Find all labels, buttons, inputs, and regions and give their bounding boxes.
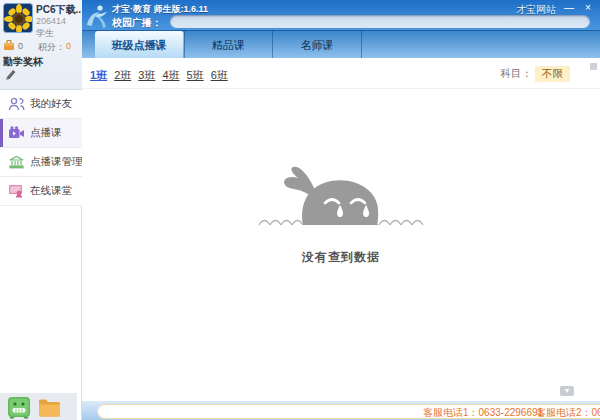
main-window: 才宝·教育 师生版:1.6.11 校园广播： 才宝网站 — × 班级点播课 精品…	[82, 0, 600, 420]
sidebar-item-my-friends[interactable]: 我的好友	[0, 90, 82, 119]
sidebar-item-label: 点播课	[30, 126, 62, 140]
class-link-3[interactable]: 3班	[138, 68, 155, 83]
sad-whale-icon	[257, 159, 425, 239]
user-name: PC6下载..	[36, 3, 82, 17]
vod-camera-icon	[8, 126, 25, 140]
class-link-4[interactable]: 4班	[162, 68, 179, 83]
footer-bar: 客服电话1：0633-2296691 客服电话2：06	[82, 400, 600, 420]
user-id: 206414	[36, 16, 66, 26]
pencil-icon[interactable]	[4, 68, 17, 81]
points-label: 积分：	[38, 41, 65, 54]
trophy-label: 勤学奖杯	[3, 55, 43, 69]
subject-filter: 科目： 不限	[501, 66, 571, 82]
user-role: 学生	[36, 27, 54, 40]
bag-count: 0	[18, 41, 23, 51]
class-link-5[interactable]: 5班	[187, 68, 204, 83]
subject-value-chip[interactable]: 不限	[535, 66, 570, 82]
tab-bar: 班级点播课 精品课 名师课	[82, 30, 600, 58]
empty-state-message: 没有查到数据	[82, 249, 600, 266]
points-value: 0	[66, 41, 71, 51]
sunflower-avatar-image	[4, 4, 33, 33]
minimize-button[interactable]: —	[562, 2, 576, 14]
title-bar: 才宝·教育 师生版:1.6.11 校园广播： 才宝网站 — ×	[82, 0, 600, 30]
vod-manage-icon	[8, 155, 25, 169]
tab-premium-courses[interactable]: 精品课	[184, 31, 273, 59]
service-phone-1: 客服电话1：0633-2296691	[423, 406, 543, 420]
caibao-logo-icon	[84, 3, 110, 29]
tab-famous-teachers[interactable]: 名师课	[273, 31, 362, 59]
bag-icon	[3, 40, 15, 51]
service-phone-2: 客服电话2：06	[536, 406, 600, 420]
desktop-taskbar-strip	[0, 393, 77, 420]
folder-icon[interactable]	[38, 397, 61, 418]
close-button[interactable]: ×	[581, 2, 595, 14]
footer-expand-button[interactable]: ▼	[560, 386, 574, 396]
sidebar-item-online-classroom[interactable]: 在线课堂	[0, 177, 82, 206]
sidebar-item-vod-management[interactable]: 点播课管理	[0, 148, 82, 177]
left-sidebar: PC6下载.. 206414 学生 0 积分： 0 勤学奖杯	[0, 0, 82, 420]
sidebar-item-label: 在线课堂	[30, 184, 72, 198]
class-link-6[interactable]: 6班	[211, 68, 228, 83]
collapse-icon[interactable]	[590, 63, 597, 70]
friends-icon	[8, 97, 25, 111]
broadcast-label: 校园广播：	[112, 16, 162, 30]
class-links: 1班 2班 3班 4班 5班 6班	[90, 68, 228, 83]
user-profile-panel: PC6下载.. 206414 学生 0 积分： 0 勤学奖杯	[0, 0, 82, 90]
tab-class-vod[interactable]: 班级点播课	[95, 31, 184, 59]
sidebar-item-label: 我的好友	[30, 97, 72, 111]
subject-label: 科目：	[501, 67, 533, 81]
sidebar-item-label: 点播课管理	[30, 155, 83, 169]
sidebar-menu: 我的好友 点播课 点播课管理	[0, 90, 82, 206]
course-list-area: 没有查到数据 ▼	[82, 88, 600, 393]
footer-pill: 客服电话1：0633-2296691 客服电话2：06	[97, 404, 600, 419]
sad-whale-illustration	[257, 159, 425, 239]
class-link-1[interactable]: 1班	[90, 68, 107, 83]
website-link[interactable]: 才宝网站	[516, 3, 556, 17]
online-class-icon	[8, 184, 25, 198]
filter-bar: 1班 2班 3班 4班 5班 6班 科目： 不限	[82, 58, 600, 88]
avatar[interactable]	[3, 3, 33, 33]
sidebar-item-vod-course[interactable]: 点播课	[0, 119, 82, 148]
class-link-2[interactable]: 2班	[114, 68, 131, 83]
messenger-app-icon[interactable]	[8, 397, 30, 419]
points-row: 0 积分： 0	[3, 40, 81, 53]
